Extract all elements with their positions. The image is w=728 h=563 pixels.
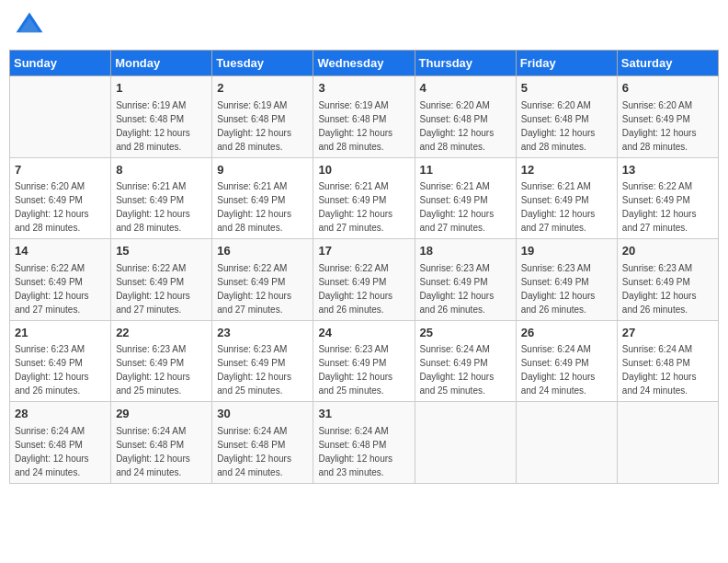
day-info: Sunrise: 6:23 AM Sunset: 6:49 PM Dayligh… bbox=[116, 344, 190, 396]
day-cell: 18Sunrise: 6:23 AM Sunset: 6:49 PM Dayli… bbox=[415, 239, 516, 321]
day-cell: 15Sunrise: 6:22 AM Sunset: 6:49 PM Dayli… bbox=[111, 239, 212, 321]
day-number: 25 bbox=[420, 325, 511, 341]
weekday-header-wednesday: Wednesday bbox=[313, 51, 415, 76]
day-cell: 9Sunrise: 6:21 AM Sunset: 6:49 PM Daylig… bbox=[212, 157, 313, 239]
day-number: 22 bbox=[116, 325, 207, 341]
weekday-header-monday: Monday bbox=[111, 51, 212, 76]
day-info: Sunrise: 6:24 AM Sunset: 6:48 PM Dayligh… bbox=[15, 426, 89, 477]
day-info: Sunrise: 6:23 AM Sunset: 6:49 PM Dayligh… bbox=[15, 344, 89, 396]
day-cell: 2Sunrise: 6:19 AM Sunset: 6:48 PM Daylig… bbox=[212, 76, 313, 158]
day-info: Sunrise: 6:23 AM Sunset: 6:49 PM Dayligh… bbox=[420, 263, 495, 315]
day-cell: 22Sunrise: 6:23 AM Sunset: 6:49 PM Dayli… bbox=[111, 320, 212, 402]
day-cell: 10Sunrise: 6:21 AM Sunset: 6:49 PM Dayli… bbox=[313, 157, 415, 239]
day-cell: 13Sunrise: 6:22 AM Sunset: 6:49 PM Dayli… bbox=[617, 157, 718, 239]
day-cell: 6Sunrise: 6:20 AM Sunset: 6:49 PM Daylig… bbox=[617, 76, 718, 158]
day-number: 2 bbox=[217, 80, 308, 97]
day-cell: 8Sunrise: 6:21 AM Sunset: 6:49 PM Daylig… bbox=[111, 157, 212, 239]
days-header-row: SundayMondayTuesdayWednesdayThursdayFrid… bbox=[10, 51, 719, 76]
day-info: Sunrise: 6:24 AM Sunset: 6:48 PM Dayligh… bbox=[116, 426, 190, 477]
day-number: 1 bbox=[116, 80, 207, 97]
week-row-2: 7Sunrise: 6:20 AM Sunset: 6:49 PM Daylig… bbox=[10, 157, 719, 239]
day-cell: 5Sunrise: 6:20 AM Sunset: 6:48 PM Daylig… bbox=[516, 76, 617, 158]
logo bbox=[13, 9, 50, 42]
day-number: 19 bbox=[521, 243, 612, 259]
day-info: Sunrise: 6:24 AM Sunset: 6:49 PM Dayligh… bbox=[521, 344, 596, 396]
day-cell: 28Sunrise: 6:24 AM Sunset: 6:48 PM Dayli… bbox=[10, 402, 111, 484]
day-info: Sunrise: 6:22 AM Sunset: 6:49 PM Dayligh… bbox=[217, 263, 291, 315]
day-info: Sunrise: 6:21 AM Sunset: 6:49 PM Dayligh… bbox=[318, 181, 392, 233]
day-number: 15 bbox=[116, 243, 207, 259]
week-row-5: 28Sunrise: 6:24 AM Sunset: 6:48 PM Dayli… bbox=[10, 402, 719, 484]
week-row-1: 1Sunrise: 6:19 AM Sunset: 6:48 PM Daylig… bbox=[10, 76, 719, 158]
day-number: 12 bbox=[521, 162, 612, 178]
day-number: 11 bbox=[420, 162, 511, 178]
day-cell: 19Sunrise: 6:23 AM Sunset: 6:49 PM Dayli… bbox=[516, 239, 617, 321]
day-number: 4 bbox=[420, 80, 511, 97]
day-info: Sunrise: 6:24 AM Sunset: 6:49 PM Dayligh… bbox=[420, 344, 495, 396]
week-row-4: 21Sunrise: 6:23 AM Sunset: 6:49 PM Dayli… bbox=[10, 320, 719, 402]
day-info: Sunrise: 6:20 AM Sunset: 6:49 PM Dayligh… bbox=[622, 100, 697, 152]
day-cell: 29Sunrise: 6:24 AM Sunset: 6:48 PM Dayli… bbox=[111, 402, 212, 484]
day-info: Sunrise: 6:21 AM Sunset: 6:49 PM Dayligh… bbox=[217, 181, 291, 233]
day-info: Sunrise: 6:19 AM Sunset: 6:48 PM Dayligh… bbox=[217, 100, 291, 152]
day-number: 29 bbox=[116, 406, 207, 422]
day-cell bbox=[415, 402, 516, 484]
day-cell: 25Sunrise: 6:24 AM Sunset: 6:49 PM Dayli… bbox=[415, 320, 516, 402]
day-number: 3 bbox=[318, 80, 409, 97]
day-info: Sunrise: 6:23 AM Sunset: 6:49 PM Dayligh… bbox=[622, 263, 697, 315]
weekday-header-sunday: Sunday bbox=[10, 51, 111, 76]
day-cell: 7Sunrise: 6:20 AM Sunset: 6:49 PM Daylig… bbox=[10, 157, 111, 239]
logo-icon bbox=[13, 9, 46, 42]
day-info: Sunrise: 6:24 AM Sunset: 6:48 PM Dayligh… bbox=[217, 426, 291, 477]
day-number: 10 bbox=[318, 162, 409, 178]
day-number: 17 bbox=[318, 243, 409, 259]
weekday-header-friday: Friday bbox=[516, 51, 617, 76]
weekday-header-saturday: Saturday bbox=[617, 51, 718, 76]
day-info: Sunrise: 6:20 AM Sunset: 6:49 PM Dayligh… bbox=[15, 181, 89, 233]
day-cell: 12Sunrise: 6:21 AM Sunset: 6:49 PM Dayli… bbox=[516, 157, 617, 239]
day-cell: 23Sunrise: 6:23 AM Sunset: 6:49 PM Dayli… bbox=[212, 320, 313, 402]
day-number: 24 bbox=[318, 325, 409, 341]
day-cell: 11Sunrise: 6:21 AM Sunset: 6:49 PM Dayli… bbox=[415, 157, 516, 239]
day-number: 5 bbox=[521, 80, 612, 97]
day-info: Sunrise: 6:19 AM Sunset: 6:48 PM Dayligh… bbox=[116, 100, 190, 152]
day-number: 16 bbox=[217, 243, 308, 259]
day-cell: 30Sunrise: 6:24 AM Sunset: 6:48 PM Dayli… bbox=[212, 402, 313, 484]
day-info: Sunrise: 6:21 AM Sunset: 6:49 PM Dayligh… bbox=[521, 181, 596, 233]
week-row-3: 14Sunrise: 6:22 AM Sunset: 6:49 PM Dayli… bbox=[10, 239, 719, 321]
day-number: 23 bbox=[217, 325, 308, 341]
day-info: Sunrise: 6:23 AM Sunset: 6:49 PM Dayligh… bbox=[318, 344, 392, 396]
day-number: 28 bbox=[15, 406, 106, 422]
day-number: 6 bbox=[622, 80, 713, 97]
day-info: Sunrise: 6:23 AM Sunset: 6:49 PM Dayligh… bbox=[521, 263, 596, 315]
day-cell bbox=[516, 402, 617, 484]
day-cell: 20Sunrise: 6:23 AM Sunset: 6:49 PM Dayli… bbox=[617, 239, 718, 321]
day-number: 13 bbox=[622, 162, 713, 178]
day-cell: 17Sunrise: 6:22 AM Sunset: 6:49 PM Dayli… bbox=[313, 239, 415, 321]
day-info: Sunrise: 6:23 AM Sunset: 6:49 PM Dayligh… bbox=[217, 344, 291, 396]
day-number: 18 bbox=[420, 243, 511, 259]
day-number: 7 bbox=[15, 162, 106, 178]
day-cell: 27Sunrise: 6:24 AM Sunset: 6:48 PM Dayli… bbox=[617, 320, 718, 402]
day-info: Sunrise: 6:20 AM Sunset: 6:48 PM Dayligh… bbox=[521, 100, 596, 152]
day-number: 8 bbox=[116, 162, 207, 178]
day-info: Sunrise: 6:22 AM Sunset: 6:49 PM Dayligh… bbox=[15, 263, 89, 315]
day-cell: 3Sunrise: 6:19 AM Sunset: 6:48 PM Daylig… bbox=[313, 76, 415, 158]
day-cell: 14Sunrise: 6:22 AM Sunset: 6:49 PM Dayli… bbox=[10, 239, 111, 321]
day-info: Sunrise: 6:22 AM Sunset: 6:49 PM Dayligh… bbox=[318, 263, 392, 315]
day-info: Sunrise: 6:21 AM Sunset: 6:49 PM Dayligh… bbox=[116, 181, 190, 233]
day-number: 26 bbox=[521, 325, 612, 341]
day-number: 27 bbox=[622, 325, 713, 341]
day-cell: 31Sunrise: 6:24 AM Sunset: 6:48 PM Dayli… bbox=[313, 402, 415, 484]
day-number: 31 bbox=[318, 406, 409, 422]
weekday-header-tuesday: Tuesday bbox=[212, 51, 313, 76]
day-cell bbox=[617, 402, 718, 484]
day-info: Sunrise: 6:24 AM Sunset: 6:48 PM Dayligh… bbox=[622, 344, 697, 396]
weekday-header-thursday: Thursday bbox=[415, 51, 516, 76]
day-cell: 16Sunrise: 6:22 AM Sunset: 6:49 PM Dayli… bbox=[212, 239, 313, 321]
day-number: 30 bbox=[217, 406, 308, 422]
day-info: Sunrise: 6:19 AM Sunset: 6:48 PM Dayligh… bbox=[318, 100, 392, 152]
day-cell bbox=[10, 76, 111, 158]
day-cell: 24Sunrise: 6:23 AM Sunset: 6:49 PM Dayli… bbox=[313, 320, 415, 402]
day-number: 20 bbox=[622, 243, 713, 259]
